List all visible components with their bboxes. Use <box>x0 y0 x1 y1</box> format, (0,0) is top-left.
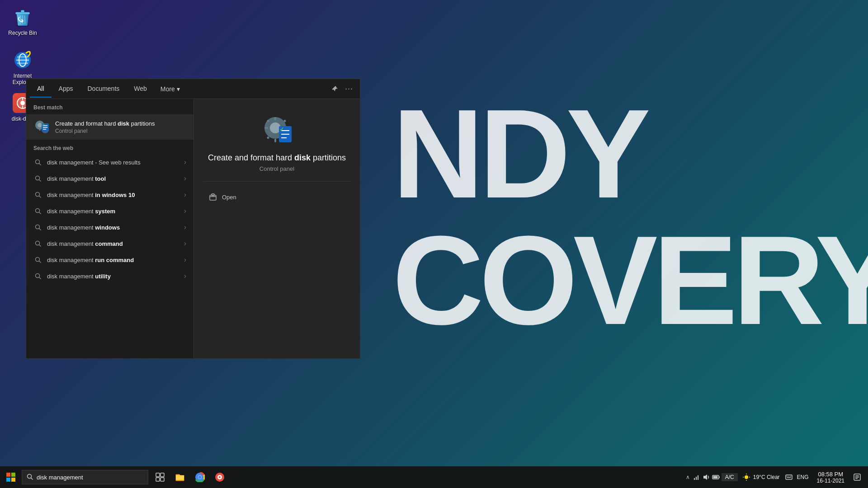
tab-apps[interactable]: Apps <box>52 80 80 98</box>
taskbar-search-box[interactable] <box>22 470 148 484</box>
web-result-7[interactable]: disk management utility › <box>26 268 193 284</box>
web-result-text-3: disk management system <box>47 208 179 215</box>
svg-rect-20 <box>35 125 37 126</box>
volume-icon[interactable] <box>702 473 711 482</box>
web-result-5[interactable]: disk management command › <box>26 235 193 252</box>
best-match-title: Create and format hard disk partitions <box>55 120 155 127</box>
file-explorer-button[interactable] <box>170 467 190 487</box>
search-icon-2 <box>33 190 42 199</box>
web-result-text-7: disk management utility <box>47 273 179 280</box>
svg-rect-44 <box>274 117 276 121</box>
svg-rect-64 <box>156 473 160 477</box>
recycle-bin-icon[interactable]: Recycle Bin <box>5 5 41 38</box>
svg-line-63 <box>31 478 33 479</box>
keyboard-icon[interactable] <box>784 473 793 482</box>
svg-line-33 <box>39 212 41 214</box>
ie-img <box>12 49 33 71</box>
search-content: Best match <box>26 99 360 358</box>
search-icon-5 <box>33 239 42 248</box>
web-result-text-6: disk management run command <box>47 257 179 263</box>
more-options-button[interactable]: ··· <box>342 82 356 96</box>
svg-rect-19 <box>39 129 41 131</box>
recycle-bin-label: Recycle Bin <box>8 30 37 36</box>
ac-badge[interactable]: A/C <box>722 473 738 481</box>
search-panel: All Apps Documents Web More ▾ ··· Best m… <box>26 79 360 359</box>
left-panel: Best match <box>26 99 193 358</box>
tab-all[interactable]: All <box>30 80 52 98</box>
svg-rect-2 <box>21 10 24 13</box>
weather-text: 19°C Clear <box>753 474 780 480</box>
chevron-right-7: › <box>184 272 186 280</box>
search-icon-1 <box>33 174 42 183</box>
svg-rect-46 <box>264 127 268 129</box>
start-button[interactable] <box>0 466 22 488</box>
search-icon-3 <box>33 206 42 216</box>
chevron-right-6: › <box>184 256 186 264</box>
svg-line-5 <box>25 15 25 23</box>
svg-marker-77 <box>703 474 707 480</box>
svg-rect-74 <box>694 478 695 480</box>
open-label: Open <box>222 194 236 201</box>
battery-icon[interactable] <box>712 473 721 482</box>
task-view-button[interactable] <box>150 467 170 487</box>
chrome-button[interactable] <box>190 467 210 487</box>
tab-documents[interactable]: Documents <box>80 80 127 98</box>
svg-line-39 <box>39 261 41 263</box>
chevron-right-3: › <box>184 207 186 215</box>
svg-line-35 <box>39 229 41 230</box>
taskbar-search-icon <box>27 474 33 481</box>
web-result-text-0: disk management - See web results <box>47 159 179 166</box>
svg-point-70 <box>198 476 202 479</box>
svg-line-3 <box>20 15 21 23</box>
svg-rect-57 <box>212 194 214 196</box>
svg-rect-67 <box>160 478 164 481</box>
web-result-2[interactable]: disk management in windows 10 › <box>26 187 193 203</box>
svg-rect-65 <box>160 473 164 477</box>
taskbar: ∧ <box>0 466 868 488</box>
pin-button[interactable] <box>327 82 342 96</box>
tab-bar: All Apps Documents Web More ▾ ··· <box>26 79 360 99</box>
web-result-6[interactable]: disk management run command › <box>26 252 193 268</box>
web-result-1[interactable]: disk management tool › <box>26 170 193 187</box>
notification-button[interactable] <box>850 466 864 488</box>
tab-more[interactable]: More ▾ <box>154 81 186 97</box>
svg-rect-59 <box>11 473 15 477</box>
search-web-label: Search the web <box>26 140 193 154</box>
svg-line-27 <box>39 164 41 165</box>
best-match-subtitle: Control panel <box>55 128 155 134</box>
network-icon[interactable] <box>692 473 701 482</box>
open-icon <box>208 192 217 202</box>
chevron-right-5: › <box>184 239 186 248</box>
right-panel-title: Create and format hard disk partitions <box>208 153 346 163</box>
web-result-3[interactable]: disk management system › <box>26 203 193 219</box>
best-match-label: Best match <box>26 99 193 114</box>
best-match-text: Create and format hard disk partitions C… <box>55 120 155 134</box>
desktop: NDY COVERY <box>0 0 868 488</box>
system-tray: ∧ <box>681 466 868 488</box>
chevron-right-1: › <box>184 174 186 183</box>
tray-expand-button[interactable]: ∧ <box>685 474 691 480</box>
web-result-text-4: disk management windows <box>47 224 179 231</box>
weather-info[interactable]: 19°C Clear <box>739 473 783 481</box>
svg-point-81 <box>745 475 748 479</box>
svg-point-15 <box>38 123 42 127</box>
web-result-text-2: disk management in windows 10 <box>47 192 179 198</box>
svg-rect-66 <box>156 478 160 481</box>
svg-rect-60 <box>6 478 10 482</box>
best-match-item[interactable]: Create and format hard disk partitions C… <box>26 114 193 140</box>
web-result-4[interactable]: disk management windows › <box>26 219 193 235</box>
open-action[interactable]: Open <box>203 189 351 205</box>
search-icon-0 <box>33 158 42 167</box>
svg-rect-79 <box>713 476 717 479</box>
chevron-right-0: › <box>184 158 186 166</box>
language-indicator[interactable]: ENG <box>794 474 811 480</box>
clock[interactable]: 08:58 PM 16-11-2021 <box>812 471 849 484</box>
taskbar-search-input[interactable] <box>37 474 143 481</box>
clock-time: 08:58 PM <box>818 471 843 478</box>
tab-web[interactable]: Web <box>127 80 154 98</box>
best-match-icon <box>33 119 50 135</box>
search-icon-4 <box>33 223 42 232</box>
web-result-0[interactable]: disk management - See web results › <box>26 154 193 170</box>
svg-rect-75 <box>696 477 697 480</box>
app-icon-extra[interactable] <box>210 467 230 487</box>
